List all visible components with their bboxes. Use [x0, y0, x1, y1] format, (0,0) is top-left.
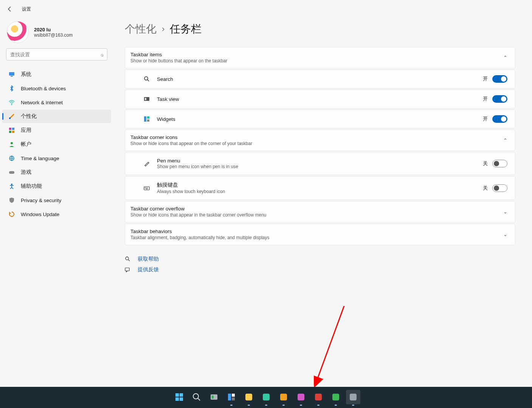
setting-title: Search	[157, 76, 173, 82]
user-email: wslbb87@163.com	[34, 32, 73, 38]
chevron-down-icon: ⌄	[503, 232, 507, 237]
section-taskbar-items-header[interactable]: Taskbar items Show or hide buttons that …	[125, 47, 515, 68]
bluetooth-icon	[8, 85, 15, 92]
taskbar-app-red[interactable]	[311, 390, 326, 404]
accessibility-icon	[8, 183, 15, 190]
avatar	[7, 21, 29, 43]
svg-line-25	[128, 260, 130, 261]
chevron-right-icon: ›	[162, 24, 164, 34]
svg-rect-37	[232, 394, 235, 397]
section-title: Taskbar corner overflow	[130, 206, 267, 212]
svg-rect-29	[180, 393, 183, 397]
svg-rect-6	[9, 131, 11, 133]
setting-title: Task view	[157, 96, 179, 102]
section-behaviors-header[interactable]: Taskbar behaviors Taskbar alignment, bad…	[125, 224, 515, 245]
taskbar-search[interactable]	[189, 390, 204, 404]
toggle-taskview[interactable]	[492, 95, 507, 103]
globe-icon	[8, 155, 15, 162]
taskbar	[0, 387, 532, 408]
main-content: 个性化 › 任务栏 Taskbar items Show or hide but…	[113, 18, 532, 408]
breadcrumb: 个性化 › 任务栏	[125, 22, 515, 36]
toggle-widgets[interactable]	[492, 115, 507, 123]
wifi-icon	[8, 99, 15, 106]
taskview-icon	[143, 96, 150, 102]
sidebar-item-personalization[interactable]: 个性化	[2, 110, 111, 123]
toggle-pen[interactable]	[492, 160, 507, 167]
toggle-state-label: 关	[483, 185, 488, 192]
sidebar-item-label: Privacy & security	[21, 198, 61, 203]
sidebar-item-label: Time & language	[21, 156, 59, 161]
taskbar-start[interactable]	[172, 390, 186, 404]
sidebar-item-label: Bluetooth & devices	[21, 86, 66, 91]
sidebar-item-accessibility[interactable]: 辅助功能	[2, 179, 111, 193]
update-icon	[8, 211, 15, 218]
taskbar-taskview[interactable]	[207, 390, 221, 404]
search-input[interactable]	[6, 48, 107, 60]
sidebar-item-bluetooth[interactable]: Bluetooth & devices	[2, 82, 111, 95]
search-icon	[143, 76, 150, 82]
sidebar-item-privacy[interactable]: Privacy & security	[2, 193, 111, 207]
give-feedback-link[interactable]: 提供反馈	[125, 266, 515, 273]
taskbar-edge[interactable]	[259, 390, 273, 404]
sidebar-item-accounts[interactable]: 帐户	[2, 138, 111, 151]
monitor-icon	[8, 71, 15, 78]
get-help-link[interactable]: 获取帮助	[125, 256, 515, 263]
svg-rect-38	[232, 397, 235, 400]
svg-rect-41	[280, 394, 287, 400]
breadcrumb-current: 任务栏	[170, 22, 202, 36]
chevron-up-icon: ⌃	[503, 138, 507, 143]
breadcrumb-parent[interactable]: 个性化	[125, 22, 157, 36]
sidebar-item-network[interactable]: Network & internet	[2, 96, 111, 109]
svg-point-3	[9, 117, 11, 119]
svg-rect-17	[147, 116, 149, 119]
toggle-state-label: 关	[483, 160, 488, 167]
setting-row-touch: 触摸键盘 Always show touch keyboard icon 关	[125, 176, 515, 200]
section-behaviors: Taskbar behaviors Taskbar alignment, bad…	[125, 224, 515, 245]
svg-rect-40	[263, 394, 270, 400]
gamepad-icon	[8, 169, 15, 176]
link-label: 提供反馈	[138, 266, 159, 273]
taskbar-chrome-alt[interactable]	[329, 390, 343, 404]
setting-row-pen: Pen menu Show pen menu icon when pen is …	[125, 152, 515, 175]
section-overflow-header[interactable]: Taskbar corner overflow Show or hide ico…	[125, 201, 515, 222]
taskbar-file-explorer[interactable]	[242, 390, 256, 404]
setting-row-search: Search 开	[125, 70, 515, 88]
toggle-search[interactable]	[492, 75, 507, 83]
svg-rect-44	[332, 394, 339, 400]
svg-rect-4	[9, 128, 11, 130]
user-profile[interactable]: 2020 lu wslbb87@163.com	[0, 18, 113, 48]
sidebar-item-time[interactable]: Time & language	[2, 151, 111, 165]
search-icon: ⌕	[101, 52, 104, 57]
svg-rect-18	[147, 119, 149, 122]
shield-icon	[8, 197, 15, 204]
svg-rect-34	[211, 394, 217, 400]
toggle-touch[interactable]	[492, 184, 507, 192]
section-title: Taskbar corner icons	[130, 134, 252, 140]
sidebar-item-label: 游戏	[21, 169, 31, 176]
svg-rect-1	[11, 76, 13, 77]
taskbar-chrome[interactable]	[276, 390, 291, 404]
sidebar-item-apps[interactable]: 应用	[2, 124, 111, 137]
section-subtitle: Show or hide icons that appear in the ta…	[130, 212, 267, 218]
section-taskbar-items: Taskbar items Show or hide buttons that …	[125, 47, 515, 68]
svg-point-8	[11, 142, 13, 144]
section-corner-icons-header[interactable]: Taskbar corner icons Show or hide icons …	[125, 130, 515, 151]
taskbar-settings[interactable]	[346, 390, 360, 404]
svg-point-2	[11, 104, 12, 105]
taskbar-paint[interactable]	[294, 390, 308, 404]
setting-desc: Show pen menu icon when pen is in use	[157, 164, 238, 169]
setting-title: Widgets	[157, 116, 175, 122]
svg-rect-19	[144, 187, 149, 190]
svg-rect-35	[212, 396, 214, 399]
sidebar-item-system[interactable]: 系统	[2, 68, 111, 81]
back-button[interactable]	[5, 5, 14, 14]
section-subtitle: Show or hide buttons that appear on the …	[130, 58, 227, 63]
svg-rect-28	[175, 393, 179, 397]
sidebar-item-update[interactable]: Windows Update	[2, 207, 111, 221]
sidebar-item-gaming[interactable]: 游戏	[2, 165, 111, 179]
toggle-state-label: 开	[483, 96, 488, 102]
keyboard-icon	[143, 185, 150, 192]
taskbar-widgets[interactable]	[224, 390, 239, 404]
feedback-icon	[125, 267, 132, 273]
sidebar-item-label: 系统	[21, 71, 31, 78]
